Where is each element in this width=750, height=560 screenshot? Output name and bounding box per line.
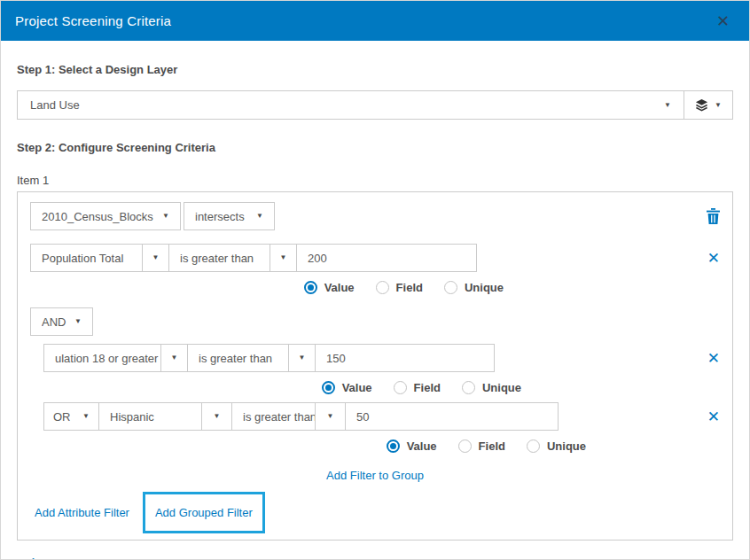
radio-selected-icon [304,281,317,294]
radio-value[interactable]: Value [387,439,437,453]
chevron-down-icon: ▼ [82,413,90,420]
radio-icon [458,439,472,453]
item1-label: Item 1 [17,174,733,187]
spatial-operator-value: intersects [195,210,256,223]
filter3-value-type-radios: Value Field Unique [43,437,586,455]
tutorial-highlight-box: Add Grouped Filter [143,492,265,533]
add-item-button[interactable]: + Add Item [27,556,733,560]
filter1-strip: Population Total ▼ is greater than ▼ [30,244,477,272]
filter3-value-input[interactable] [345,402,559,431]
filter2-strip: ulation 18 or greater ▼ is greater than … [43,344,495,372]
dialog-header: Project Screening Criteria ✕ [1,1,749,41]
remove-filter2-button[interactable]: ✕ [707,351,720,366]
plus-icon: + [27,556,39,560]
remove-filter3-button[interactable]: ✕ [707,409,720,424]
chevron-down-icon: ▼ [162,213,169,220]
chevron-down-icon: ▼ [664,102,671,109]
chevron-down-icon: ▼ [715,102,722,109]
close-icon[interactable]: ✕ [711,12,735,31]
radio-value[interactable]: Value [304,281,355,294]
add-grouped-filter-link[interactable]: Add Grouped Filter [155,506,253,519]
spatial-operator-select[interactable]: intersects ▼ [184,202,275,230]
dialog-body: Step 1: Select a Design Layer Land Use ▼… [1,63,749,560]
chevron-down-icon[interactable]: ▼ [270,244,297,272]
chevron-down-icon[interactable]: ▼ [160,344,188,372]
filter3-join-value: OR [53,410,82,424]
filter3-join-select[interactable]: OR ▼ [43,402,99,431]
dialog-title: Project Screening Criteria [15,13,711,28]
radio-selected-icon [322,381,335,394]
spatial-filter-row: 2010_Census_Blocks ▼ intersects ▼ [30,202,720,230]
radio-selected-icon [387,439,400,453]
filter2-value-type-radios: Value Field Unique [43,378,521,396]
remove-icon: ✕ [707,351,720,366]
chevron-down-icon[interactable]: ▼ [288,344,316,372]
radio-unique[interactable]: Unique [462,381,521,394]
grouped-filters: ulation 18 or greater ▼ is greater than … [43,344,720,455]
trash-icon [707,208,720,224]
filter3-operator-select[interactable]: is greater than [231,402,316,431]
filter1-value-type-radios: Value Field Unique [30,278,504,296]
add-attribute-filter-link[interactable]: Add Attribute Filter [35,506,129,519]
filter3-field-select[interactable]: Hispanic [98,402,202,431]
chevron-down-icon: ▼ [74,318,82,325]
radio-icon [394,381,407,394]
radio-value[interactable]: Value [322,381,372,394]
chevron-down-icon[interactable]: ▼ [142,244,169,272]
target-layer-select[interactable]: 2010_Census_Blocks ▼ [30,202,181,230]
group-join-operator-value: AND [42,315,74,329]
chevron-down-icon: ▼ [256,213,263,220]
filter3-strip: OR ▼ Hispanic ▼ is greater than ▼ [43,402,559,431]
add-filter-to-group-link[interactable]: Add Filter to Group [326,469,424,482]
item-filter-links: Add Attribute Filter Add Grouped Filter [35,490,720,534]
radio-icon [376,281,389,294]
remove-icon: ✕ [707,409,720,424]
attribute-filter-row-2: ulation 18 or greater ▼ is greater than … [43,344,720,372]
design-layer-value: Land Use [30,98,664,112]
group-join-operator-select[interactable]: AND ▼ [30,307,93,336]
attribute-filter-row-1: Population Total ▼ is greater than ▼ ✕ [30,244,720,272]
radio-field[interactable]: Field [394,381,441,394]
design-layer-select[interactable]: Land Use ▼ [18,91,684,119]
filter2-operator-select[interactable]: is greater than [187,344,289,372]
delete-item-button[interactable] [707,208,720,224]
radio-icon [444,281,457,294]
step1-label: Step 1: Select a Design Layer [17,63,733,76]
filter1-operator-select[interactable]: is greater than [168,244,270,272]
layers-icon [695,98,708,112]
filter1-field-select[interactable]: Population Total [30,244,143,272]
step2-label: Step 2: Configure Screening Criteria [17,141,733,154]
radio-field[interactable]: Field [376,281,423,294]
item1-panel: 2010_Census_Blocks ▼ intersects ▼ [17,191,733,541]
radio-icon [462,381,475,394]
radio-unique[interactable]: Unique [527,439,586,453]
design-layer-bar: Land Use ▼ ▼ [17,90,733,120]
add-filter-to-group-wrap: Add Filter to Group [30,467,720,483]
filter2-field-select[interactable]: ulation 18 or greater [43,344,161,372]
layer-options-button[interactable]: ▼ [684,91,732,119]
remove-icon: ✕ [707,251,720,266]
project-screening-criteria-dialog: Project Screening Criteria ✕ Step 1: Sel… [0,0,750,560]
add-item-label: Add Item [47,557,93,560]
remove-filter1-button[interactable]: ✕ [707,251,720,266]
filter1-value-input[interactable] [296,244,477,272]
radio-icon [527,439,540,453]
chevron-down-icon[interactable]: ▼ [315,402,346,431]
target-layer-value: 2010_Census_Blocks [42,210,162,223]
radio-field[interactable]: Field [458,439,505,453]
filter2-value-input[interactable] [315,344,495,372]
attribute-filter-row-3: OR ▼ Hispanic ▼ is greater than ▼ ✕ [43,402,720,431]
chevron-down-icon[interactable]: ▼ [201,402,232,431]
radio-unique[interactable]: Unique [444,281,504,294]
